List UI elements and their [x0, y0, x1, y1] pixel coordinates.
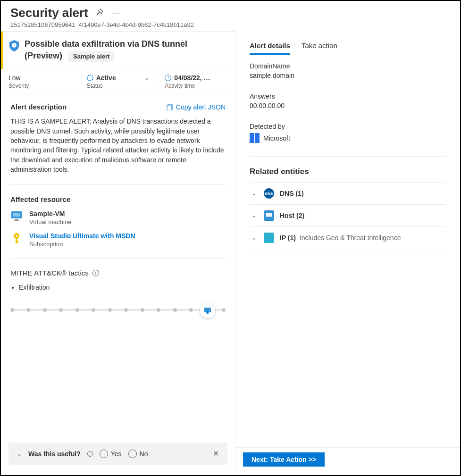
divider	[10, 184, 226, 185]
tactic-list: Exfiltration	[19, 284, 226, 291]
killchain-track	[10, 300, 226, 320]
properties-strip: Low Severity Active ⌄ Status 04/08/22, ……	[1, 69, 235, 94]
resource-row-vm[interactable]: Sample-VM Virtual machine	[10, 210, 226, 225]
left-panel: ! Possible data exfiltration via DNS tun…	[1, 31, 235, 471]
answers-value: 00.00.00.00	[250, 102, 446, 109]
svg-rect-11	[16, 242, 19, 242]
chevron-down-icon: ⌄	[144, 75, 149, 81]
chevron-down-icon: ⌄	[251, 190, 258, 197]
feedback-bar: ⌄ Was this useful? i Yes No ✕	[8, 443, 227, 465]
svg-rect-6	[15, 219, 18, 220]
page-title: Security alert	[10, 6, 88, 20]
domainname-value: sample.domain	[250, 72, 446, 79]
divider	[10, 258, 226, 259]
domainname-label: DomainName	[250, 62, 446, 70]
entity-suffix: Includes Geo & Threat Intelligence	[300, 234, 401, 242]
feedback-no-label: No	[140, 450, 148, 458]
vm-icon	[10, 210, 23, 222]
entity-label: DNS (1)	[280, 190, 304, 197]
entity-label: IP (1)	[280, 234, 296, 242]
svg-rect-14	[268, 217, 270, 218]
entity-row-dns[interactable]: ⌄ DNS DNS (1)	[250, 182, 446, 204]
key-icon	[10, 232, 23, 244]
feedback-question: Was this useful?	[28, 450, 81, 458]
svg-rect-7	[14, 220, 19, 221]
clock-icon	[165, 75, 171, 81]
status-value: Active	[96, 74, 116, 82]
alert-title: Possible data exfiltration via DNS tunne…	[25, 38, 187, 62]
resource-type: Subscription	[29, 241, 135, 248]
answers-label: Answers	[250, 92, 446, 100]
severity-cell: Low Severity	[1, 69, 79, 94]
alert-title-line1: Possible data exfiltration via DNS tunne…	[25, 39, 187, 49]
resource-name: Sample-VM	[29, 210, 71, 217]
right-panel: Alert details Take action DomainName sam…	[235, 31, 460, 471]
feedback-yes[interactable]: Yes	[100, 450, 122, 458]
alert-title-block: ! Possible data exfiltration via DNS tun…	[1, 31, 235, 69]
description-text: THIS IS A SAMPLE ALERT: Analysis of DNS …	[10, 117, 226, 174]
description-heading: Alert description	[10, 103, 67, 111]
svg-rect-10	[16, 238, 17, 243]
microsoft-logo-icon	[250, 133, 260, 143]
chevron-down-icon: ⌄	[251, 212, 258, 219]
tab-alert-details[interactable]: Alert details	[250, 42, 290, 55]
svg-rect-5	[13, 213, 20, 217]
status-cell[interactable]: Active ⌄ Status	[79, 69, 158, 94]
sample-alert-badge: Sample alert	[68, 51, 114, 62]
chevron-down-icon: ⌄	[251, 234, 258, 241]
alert-id: 2517528510670959641_4f1490e7-3e4d-4b4d-9…	[10, 21, 451, 28]
tactic-item: Exfiltration	[19, 284, 226, 291]
related-entities-heading: Related entities	[250, 167, 446, 176]
svg-point-9	[16, 235, 17, 237]
activity-time-value: 04/08/22, …	[174, 74, 210, 82]
svg-rect-15	[267, 218, 271, 218]
exfiltration-badge-icon[interactable]	[200, 303, 215, 318]
activity-time-label: Activity time	[165, 83, 227, 89]
dns-icon: DNS	[264, 188, 274, 199]
svg-text:!: !	[14, 43, 15, 48]
activity-time-cell: 04/08/22, … Activity time	[157, 69, 235, 94]
copy-alert-json-label: Copy alert JSON	[176, 103, 226, 111]
svg-rect-3	[167, 105, 171, 110]
resource-row-subscription[interactable]: Visual Studio Ultimate with MSDN Subscri…	[10, 232, 226, 248]
copy-icon	[167, 104, 173, 110]
tabs: Alert details Take action	[235, 31, 460, 55]
entity-row-host[interactable]: ⌄ Host (2)	[250, 204, 446, 226]
host-icon	[264, 210, 274, 221]
affected-resource-heading: Affected resource	[10, 195, 226, 203]
close-icon[interactable]: ✕	[213, 449, 219, 458]
info-icon[interactable]: i	[87, 451, 93, 457]
feedback-no[interactable]: No	[128, 450, 148, 458]
divider	[250, 156, 446, 157]
mitre-heading: MITRE ATT&CK® tactics	[10, 269, 89, 277]
resource-type: Virtual machine	[29, 218, 71, 225]
detectedby-label: Detected by	[250, 123, 446, 130]
page-header: Security alert ⋯ 2517528510670959641_4f1…	[1, 1, 460, 31]
severity-label: Severity	[8, 83, 71, 89]
alert-title-line2: (Preview)	[25, 51, 62, 60]
detectedby-value: Microsoft	[263, 134, 290, 142]
chevron-down-icon[interactable]: ⌄	[17, 451, 22, 457]
copy-alert-json-button[interactable]: Copy alert JSON	[167, 103, 226, 111]
entity-label: Host (2)	[280, 212, 304, 219]
info-icon[interactable]: i	[92, 270, 99, 276]
shield-icon: !	[9, 40, 19, 51]
severity-value: Low	[8, 74, 21, 82]
next-take-action-button[interactable]: Next: Take Action >>	[243, 452, 325, 467]
entity-row-ip[interactable]: ⌄ ⋯ IP (1) Includes Geo & Threat Intelli…	[250, 226, 446, 249]
svg-rect-13	[266, 213, 272, 217]
tab-take-action[interactable]: Take action	[302, 42, 337, 55]
resource-name-link[interactable]: Visual Studio Ultimate with MSDN	[29, 232, 135, 240]
spinner-icon	[87, 75, 93, 81]
more-icon[interactable]: ⋯	[111, 8, 121, 19]
pin-icon[interactable]	[94, 7, 105, 19]
ip-icon: ⋯	[264, 233, 274, 243]
status-label: Status	[87, 83, 150, 89]
feedback-yes-label: Yes	[111, 450, 122, 458]
